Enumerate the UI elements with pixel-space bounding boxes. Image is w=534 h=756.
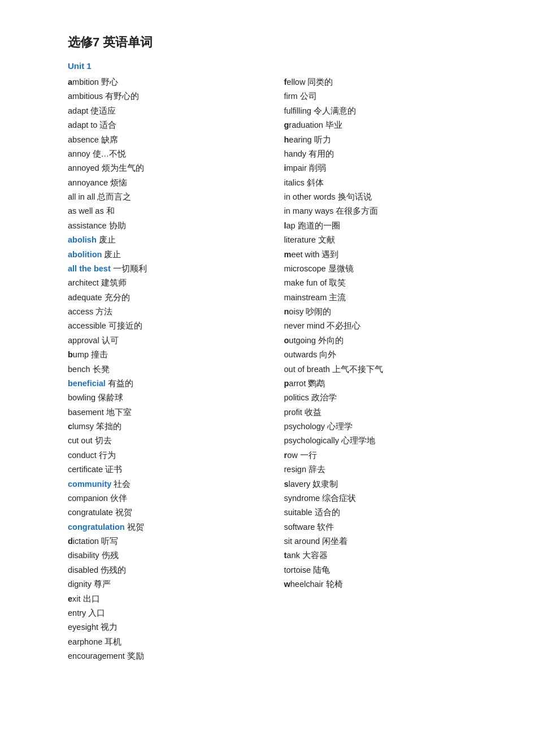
list-item: community 社会 <box>68 477 284 491</box>
list-item: sit around 闲坐着 <box>284 534 501 548</box>
list-item: bump 撞击 <box>68 348 284 362</box>
list-item: assistance 协助 <box>68 219 284 233</box>
list-item: syndrome 综合症状 <box>284 491 501 506</box>
list-item: annoyance 烦恼 <box>68 176 284 190</box>
list-item: architect 建筑师 <box>68 276 284 290</box>
list-item: basement 地下室 <box>68 405 284 420</box>
list-item: bench 长凳 <box>68 362 284 377</box>
list-item: make fun of 取笑 <box>284 276 501 290</box>
list-item: never mind 不必担心 <box>284 319 501 333</box>
list-item: encouragement 奖励 <box>68 649 284 663</box>
list-item: fellow 同类的 <box>284 75 501 89</box>
list-item: adapt to 适合 <box>68 118 284 132</box>
list-item: tortoise 陆龟 <box>284 563 501 577</box>
list-item: cut out 切去 <box>68 434 284 448</box>
list-item: abolish 废止 <box>68 233 284 247</box>
list-item: resign 辞去 <box>284 463 501 477</box>
list-item: handy 有用的 <box>284 147 501 161</box>
list-item: mainstream 主流 <box>284 291 501 305</box>
list-item: abolition 废止 <box>68 248 284 262</box>
unit-label: Unit 1 <box>68 61 500 71</box>
list-item: all in all 总而言之 <box>68 190 284 204</box>
list-item: in many ways 在很多方面 <box>284 204 501 218</box>
list-item: parrot 鹦鹉 <box>284 377 501 391</box>
list-item: suitable 适合的 <box>284 506 501 520</box>
list-item: beneficial 有益的 <box>68 377 284 391</box>
list-item: ambitious 有野心的 <box>68 89 284 103</box>
list-item: outwards 向外 <box>284 348 501 362</box>
list-item: tank 大容器 <box>284 548 501 563</box>
list-item: approval 认可 <box>68 334 284 348</box>
list-item: profit 收益 <box>284 405 501 420</box>
list-item: all the best 一切顺利 <box>68 262 284 276</box>
list-item: ambition 野心 <box>68 75 284 89</box>
list-item: certificate 证书 <box>68 463 284 477</box>
column-right: fellow 同类的firm 公司fulfilling 令人满意的 gradua… <box>284 75 501 663</box>
list-item: noisy 吵闹的 <box>284 305 501 319</box>
list-item: bowling 保龄球 <box>68 391 284 405</box>
page-title: 选修7 英语单词 <box>68 34 500 51</box>
list-item: entry 入口 <box>68 606 284 620</box>
list-item: annoy 使…不悦 <box>68 147 284 161</box>
list-item: dictation 听写 <box>68 534 284 548</box>
list-item: row 一行 <box>284 448 501 463</box>
list-item: in other words 换句话说 <box>284 190 501 204</box>
list-item: dignity 尊严 <box>68 577 284 591</box>
list-item: earphone 耳机 <box>68 635 284 649</box>
list-item: meet with 遇到 <box>284 248 501 262</box>
list-item: annoyed 烦为生气的 <box>68 161 284 175</box>
list-item: clumsy 笨拙的 <box>68 420 284 434</box>
column-left: ambition 野心ambitious 有野心的adapt 使适应adapt … <box>68 75 284 663</box>
list-item: graduation 毕业 <box>284 118 501 132</box>
list-item: out of breath 上气不接下气 <box>284 362 501 377</box>
list-item: adapt 使适应 <box>68 104 284 118</box>
list-item: italics 斜体 <box>284 176 501 190</box>
list-item: hearing 听力 <box>284 133 501 147</box>
list-item: access 方法 <box>68 305 284 319</box>
list-item: eyesight 视力 <box>68 620 284 634</box>
list-item: companion 伙伴 <box>68 491 284 506</box>
content-area: ambition 野心ambitious 有野心的adapt 使适应adapt … <box>68 75 500 663</box>
list-item: slavery 奴隶制 <box>284 477 501 491</box>
list-item: absence 缺席 <box>68 133 284 147</box>
list-item: outgoing 外向的 <box>284 334 501 348</box>
list-item: disabled 伤残的 <box>68 563 284 577</box>
list-item: as well as 和 <box>68 204 284 218</box>
list-item: psychology 心理学 <box>284 420 501 434</box>
list-item: congratulate 祝贺 <box>68 506 284 520</box>
list-item: fulfilling 令人满意的 <box>284 104 501 118</box>
list-item: exit 出口 <box>68 592 284 606</box>
list-item: politics 政治学 <box>284 391 501 405</box>
list-item: wheelchair 轮椅 <box>284 577 501 591</box>
list-item: impair 削弱 <box>284 161 501 175</box>
list-item: lap 跑道的一圈 <box>284 219 501 233</box>
list-item: microscope 显微镜 <box>284 262 501 276</box>
list-item: literature 文献 <box>284 233 501 247</box>
list-item: adequate 充分的 <box>68 291 284 305</box>
list-item: firm 公司 <box>284 89 501 103</box>
list-item: disability 伤残 <box>68 548 284 563</box>
list-item: accessible 可接近的 <box>68 319 284 333</box>
list-item: congratulation 祝贺 <box>68 520 284 534</box>
list-item: psychologically 心理学地 <box>284 434 501 448</box>
list-item: conduct 行为 <box>68 448 284 463</box>
list-item: software 软件 <box>284 520 501 534</box>
